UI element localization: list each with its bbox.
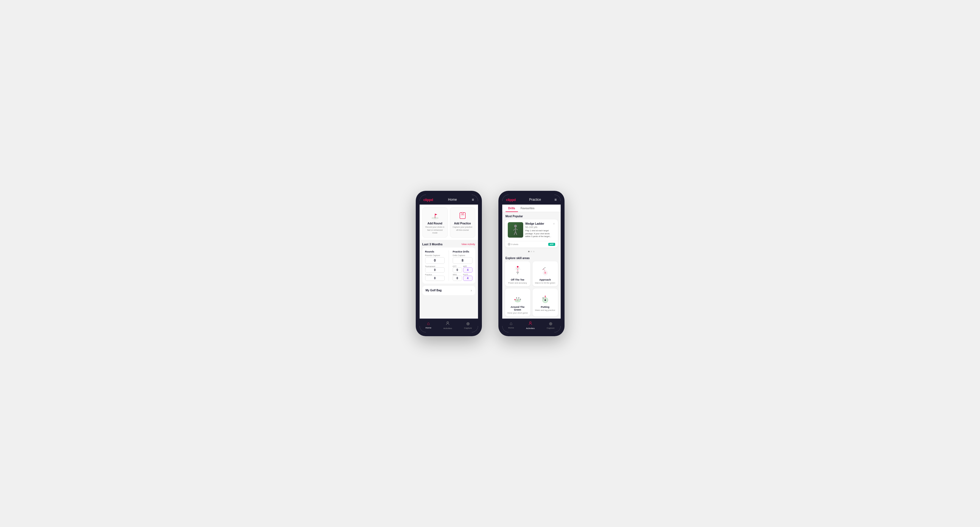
page-title-1: Home [448, 198, 457, 202]
add-round-card[interactable]: Add Round Record your shots in fast or e… [422, 207, 448, 238]
drill-shots: 9 shots [508, 243, 519, 246]
svg-point-17 [509, 244, 509, 245]
around-the-green-icon [512, 292, 524, 304]
practice-sub-stats: Practice 0 [425, 274, 445, 281]
golf-bag-label: My Golf Bag [426, 289, 442, 292]
approach-name: Approach [539, 278, 551, 281]
drills-title: Practice Drills [453, 250, 473, 253]
svg-point-31 [543, 268, 544, 269]
skill-card-around-the-green[interactable]: Around The Green Hone your short game [505, 289, 530, 316]
add-round-icon [430, 210, 440, 220]
putting-name: Putting [541, 306, 549, 308]
around-the-green-desc: Hone your short game [507, 312, 528, 314]
svg-line-15 [515, 232, 517, 235]
activity-header: Last 3 Months View Activity [420, 240, 478, 248]
skill-card-off-the-tee[interactable]: Off The Tee Power and accuracy [505, 261, 530, 286]
putting-icon-area [539, 292, 551, 304]
phone-2-screen: clippd Practice ≡ Drills Favourites Most… [502, 195, 561, 332]
tab-favourites[interactable]: Favourites [518, 205, 538, 212]
nav-home-2[interactable]: ⌂ Home [508, 321, 514, 330]
dot-2 [531, 251, 532, 252]
nav-activities-2[interactable]: Activities [526, 321, 535, 330]
golfer-image [508, 222, 523, 238]
add-round-desc: Record your shots in fast or enhanced mo… [425, 226, 445, 235]
golf-bag-row[interactable]: My Golf Bag › [422, 286, 475, 295]
chevron-right-icon: › [471, 289, 472, 292]
action-cards-row: Add Round Record your shots in fast or e… [420, 205, 478, 240]
stats-divider [449, 250, 449, 281]
drill-thumbnail [508, 222, 523, 238]
drill-description: Play 1 shot at each target yardage. If y… [525, 229, 555, 238]
logo-1: clippd [423, 198, 433, 202]
stats-card: Rounds Rounds Capture 0 Tournament 0 [422, 248, 475, 284]
nav-activities-label-2: Activities [526, 327, 535, 330]
add-practice-card[interactable]: Add Practice Capture your practice off-t… [450, 207, 475, 238]
app-value: 4 [463, 267, 473, 273]
menu-icon-1[interactable]: ≡ [472, 197, 474, 202]
svg-point-8 [462, 212, 463, 214]
add-round-title: Add Round [428, 222, 442, 225]
drill-title: Wedge Ladder [525, 222, 544, 225]
tab-drills[interactable]: Drills [506, 205, 518, 212]
nav-capture-label-2: Capture [547, 327, 554, 329]
home-icon-2: ⌂ [510, 321, 512, 326]
carousel-dots [502, 250, 561, 254]
favourite-star-icon[interactable]: ★ [553, 222, 555, 225]
nav-capture-2[interactable]: ⊕ Capture [547, 321, 554, 330]
svg-line-14 [514, 232, 515, 235]
drills-column: Practice Drills Drills Capture 8 OTT 0 A… [453, 250, 473, 281]
app-badge: APP [548, 243, 555, 246]
drill-title-row: Wedge Ladder ★ [525, 222, 555, 225]
bottom-nav-2: ⌂ Home Activities ⊕ Capture [502, 319, 561, 332]
drill-footer: 9 shots APP [505, 241, 558, 248]
nav-activities-1[interactable]: Activities [443, 321, 452, 330]
nav-activities-label-1: Activities [443, 327, 452, 330]
nav-home-1[interactable]: ⌂ Home [425, 321, 431, 330]
nav-home-label-1: Home [425, 327, 431, 329]
putt-label: PUTT [463, 274, 473, 276]
off-the-tee-name: Off The Tee [511, 278, 524, 281]
nav-home-label-2: Home [508, 327, 514, 329]
tournament-value: 0 [425, 267, 445, 273]
drills-sub-stats-top: OTT 0 APP 4 [453, 265, 473, 273]
practice-stat: Practice 0 [425, 274, 445, 281]
home-screen-content: Add Round Record your shots in fast or e… [420, 205, 478, 319]
app-stat: APP 4 [463, 265, 473, 273]
arg-value: 0 [453, 276, 462, 281]
capture-icon-2: ⊕ [549, 321, 552, 326]
rounds-title: Rounds [425, 250, 445, 253]
putting-desc: Make and lag practice [535, 309, 555, 311]
menu-icon-2[interactable]: ≡ [554, 197, 557, 202]
svg-point-44 [545, 296, 546, 297]
svg-point-3 [434, 217, 435, 218]
nav-capture-label-1: Capture [464, 327, 472, 329]
ott-label: OTT [453, 265, 462, 267]
shots-icon [508, 243, 511, 246]
svg-marker-2 [435, 214, 437, 215]
ott-value: 0 [453, 267, 462, 273]
off-the-tee-icon [512, 265, 524, 277]
skill-areas-header: Explore skill areas [502, 254, 561, 261]
drills-capture-label: Drills Capture [453, 254, 473, 257]
skill-card-approach[interactable]: Approach Dial-in to hit the green [533, 261, 558, 286]
drill-card-wedge-ladder[interactable]: Wedge Ladder ★ 50–100 yds Play 1 shot at… [505, 219, 558, 248]
svg-point-18 [517, 270, 519, 271]
view-activity-link[interactable]: View Activity [461, 243, 475, 246]
off-the-tee-desc: Power and accuracy [508, 282, 527, 284]
skill-card-putting[interactable]: Putting Make and lag practice [533, 289, 558, 316]
add-practice-icon [458, 210, 468, 220]
practice-label: Practice [425, 274, 445, 276]
svg-point-9 [447, 322, 449, 323]
svg-point-46 [545, 298, 545, 299]
rounds-sub-stats: Tournament 0 [425, 265, 445, 273]
drills-sub-stats-bottom: ARG 0 PUTT 4 [453, 274, 473, 281]
logo-2: clippd [506, 198, 516, 202]
arg-stat: ARG 0 [453, 274, 462, 281]
last-3-months-label: Last 3 Months [422, 243, 443, 246]
putting-icon [539, 292, 551, 304]
approach-desc: Dial-in to hit the green [535, 282, 555, 284]
nav-capture-1[interactable]: ⊕ Capture [464, 321, 472, 330]
practice-value: 0 [425, 276, 445, 281]
golfer-svg [510, 224, 521, 236]
capture-icon-1: ⊕ [466, 321, 470, 326]
